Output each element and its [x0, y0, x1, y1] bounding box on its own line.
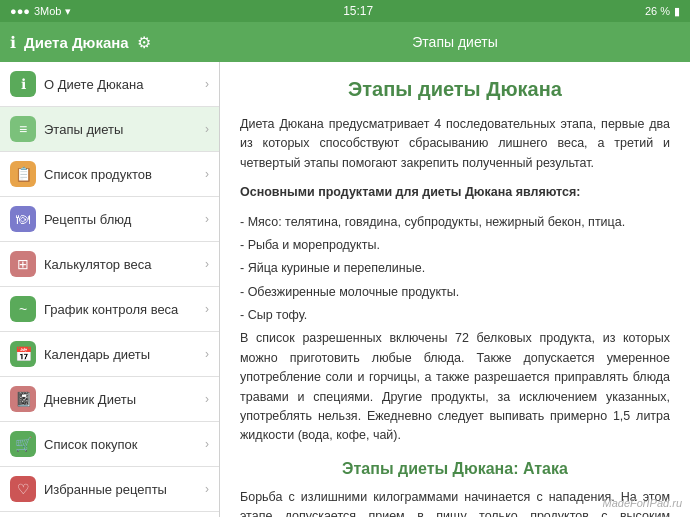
sidebar-item-diary[interactable]: 📓 Дневник Диеты ›	[0, 377, 219, 422]
list-item-4: - Сыр тофу.	[240, 306, 670, 325]
sidebar-icon-shop: 🛒	[10, 431, 36, 457]
chevron-icon-calendar: ›	[205, 347, 209, 361]
sidebar: ℹ О Диете Дюкана › ≡ Этапы диеты › 📋 Спи…	[0, 62, 220, 517]
content-main-title: Этапы диеты Дюкана	[240, 78, 670, 101]
sidebar-label-about: О Диете Дюкана	[44, 77, 205, 92]
sidebar-item-recipes[interactable]: 🍽 Рецепты блюд ›	[0, 197, 219, 242]
chevron-icon-about: ›	[205, 77, 209, 91]
chevron-icon-recipes: ›	[205, 212, 209, 226]
content-area: Этапы диеты Дюкана Диета Дюкана предусма…	[220, 62, 690, 517]
status-left: ●●● 3Mob ▾	[10, 5, 71, 18]
gear-icon[interactable]: ⚙	[137, 33, 151, 52]
status-time: 15:17	[343, 4, 373, 18]
battery-icon: ▮	[674, 5, 680, 18]
wifi-icon: ▾	[65, 5, 71, 18]
sidebar-item-products[interactable]: 📋 Список продуктов ›	[0, 152, 219, 197]
sidebar-label-diary: Дневник Диеты	[44, 392, 205, 407]
list-item-1: - Рыба и морепродукты.	[240, 236, 670, 255]
sidebar-icon-calendar: 📅	[10, 341, 36, 367]
battery-label: 26 %	[645, 5, 670, 17]
sidebar-icon-about: ℹ	[10, 71, 36, 97]
sidebar-item-stages[interactable]: ≡ Этапы диеты ›	[0, 107, 219, 152]
list-item-2: - Яйца куриные и перепелиные.	[240, 259, 670, 278]
list-item-3: - Обезжиренные молочные продукты.	[240, 283, 670, 302]
sidebar-item-about[interactable]: ℹ О Диете Дюкана ›	[0, 62, 219, 107]
sidebar-label-fav: Избранные рецепты	[44, 482, 205, 497]
sidebar-label-stages: Этапы диеты	[44, 122, 205, 137]
sidebar-label-products: Список продуктов	[44, 167, 205, 182]
chevron-icon-diary: ›	[205, 392, 209, 406]
nav-left: ℹ Диета Дюкана ⚙	[0, 33, 220, 52]
chevron-icon-calc: ›	[205, 257, 209, 271]
sidebar-item-shop[interactable]: 🛒 Список покупок ›	[0, 422, 219, 467]
sidebar-label-graph: График контроля веса	[44, 302, 205, 317]
signal-icon: ●●●	[10, 5, 30, 17]
app-title: Диета Дюкана	[24, 34, 129, 51]
sidebar-item-graph[interactable]: ~ График контроля веса ›	[0, 287, 219, 332]
watermark-label: MadeForIPad.ru	[603, 497, 682, 509]
sidebar-icon-recipes: 🍽	[10, 206, 36, 232]
sidebar-label-calc: Калькулятор веса	[44, 257, 205, 272]
chevron-icon-graph: ›	[205, 302, 209, 316]
content-bold-line: Основными продуктами для диеты Дюкана яв…	[240, 183, 670, 202]
chevron-icon-shop: ›	[205, 437, 209, 451]
main-content: ℹ О Диете Дюкана › ≡ Этапы диеты › 📋 Спи…	[0, 62, 690, 517]
sidebar-label-recipes: Рецепты блюд	[44, 212, 205, 227]
sidebar-icon-graph: ~	[10, 296, 36, 322]
carrier-label: 3Mob	[34, 5, 62, 17]
page-title: Этапы диеты	[220, 34, 690, 50]
info-nav-icon[interactable]: ℹ	[10, 33, 16, 52]
chevron-icon-stages: ›	[205, 122, 209, 136]
sidebar-icon-products: 📋	[10, 161, 36, 187]
sidebar-label-calendar: Календарь диеты	[44, 347, 205, 362]
chevron-icon-products: ›	[205, 167, 209, 181]
sidebar-icon-calc: ⊞	[10, 251, 36, 277]
status-bar: ●●● 3Mob ▾ 15:17 26 % ▮	[0, 0, 690, 22]
sidebar-item-calendar[interactable]: 📅 Календарь диеты ›	[0, 332, 219, 377]
sidebar-icon-fav: ♡	[10, 476, 36, 502]
content-section-title: Этапы диеты Дюкана: Атака	[240, 460, 670, 478]
sidebar-icon-stages: ≡	[10, 116, 36, 142]
sidebar-item-fav[interactable]: ♡ Избранные рецепты ›	[0, 467, 219, 512]
status-right: 26 % ▮	[645, 5, 680, 18]
chevron-icon-fav: ›	[205, 482, 209, 496]
sidebar-item-calc[interactable]: ⊞ Калькулятор веса ›	[0, 242, 219, 287]
content-list: - Мясо: телятина, говядина, субпродукты,…	[240, 213, 670, 326]
content-para2: В список разрешенных включены 72 белковы…	[240, 329, 670, 445]
nav-bar: ℹ Диета Дюкана ⚙ Этапы диеты	[0, 22, 690, 62]
content-intro: Диета Дюкана предусматривает 4 последова…	[240, 115, 670, 173]
sidebar-item-send[interactable]: ✉ Пришлите свой рецепт ›	[0, 512, 219, 517]
sidebar-label-shop: Список покупок	[44, 437, 205, 452]
list-item-0: - Мясо: телятина, говядина, субпродукты,…	[240, 213, 670, 232]
sidebar-icon-diary: 📓	[10, 386, 36, 412]
